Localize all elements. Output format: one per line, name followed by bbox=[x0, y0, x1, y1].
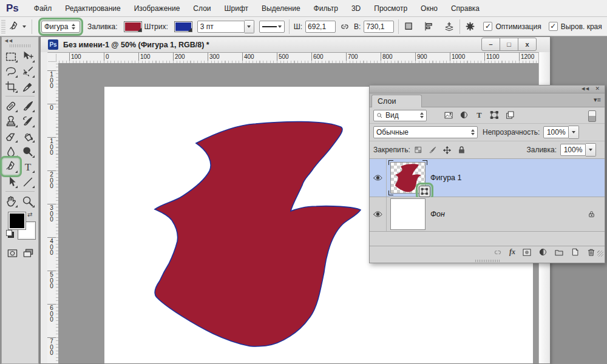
ruler-corner[interactable] bbox=[47, 53, 59, 64]
tool-crop[interactable] bbox=[3, 79, 19, 94]
align-edges-checkbox[interactable]: ✓ bbox=[549, 22, 558, 31]
quick-mask-button[interactable] bbox=[7, 248, 18, 259]
menu-1[interactable]: Файл bbox=[27, 1, 59, 16]
stroke-style-dropdown[interactable] bbox=[259, 21, 285, 33]
new-layer-button[interactable] bbox=[571, 248, 580, 257]
filter-smart-object-icon[interactable] bbox=[505, 110, 515, 120]
vector-mask-badge[interactable] bbox=[419, 186, 430, 197]
optimize-checkbox[interactable]: ✓ bbox=[483, 22, 492, 31]
fill-opacity-dropdown[interactable] bbox=[586, 143, 596, 157]
options-grip[interactable] bbox=[1, 20, 5, 33]
stroke-width-input[interactable]: 3 пт bbox=[197, 21, 245, 33]
menu-4[interactable]: Слои bbox=[186, 1, 217, 16]
link-dimensions-icon[interactable] bbox=[339, 21, 350, 32]
panel-height-handle[interactable] bbox=[475, 260, 500, 262]
opacity-dropdown[interactable] bbox=[569, 126, 579, 139]
blend-mode-select[interactable]: Обычные bbox=[373, 126, 478, 138]
tool-eraser[interactable] bbox=[3, 129, 19, 144]
gear-icon[interactable] bbox=[464, 21, 476, 32]
filter-shape-icon[interactable] bbox=[490, 110, 499, 120]
tool-lasso[interactable] bbox=[3, 64, 19, 79]
collapse-panel-icon[interactable]: ◄◄ bbox=[580, 86, 589, 92]
swap-colors-icon[interactable]: ⇄ bbox=[27, 211, 32, 218]
lock-all-icon[interactable] bbox=[457, 146, 466, 155]
foreground-color-swatch[interactable] bbox=[8, 212, 25, 229]
opacity-input[interactable]: 100% bbox=[543, 126, 569, 138]
vertical-ruler[interactable]: 1 0 001 0 02 0 03 0 04 0 05 0 06 0 07 0 … bbox=[47, 63, 59, 363]
tool-bucket[interactable] bbox=[20, 129, 36, 144]
tool-dodge[interactable] bbox=[20, 144, 36, 159]
lock-position-icon[interactable] bbox=[443, 146, 452, 155]
add-layer-mask-button[interactable] bbox=[522, 248, 532, 257]
tool-type[interactable]: T bbox=[20, 159, 36, 174]
menu-11[interactable]: Справка bbox=[444, 1, 486, 16]
tool-zoomtool[interactable] bbox=[20, 194, 36, 209]
menu-9[interactable]: Просмотр bbox=[367, 1, 414, 16]
menu-10[interactable]: Окно bbox=[414, 1, 444, 16]
filter-adjustment-icon[interactable] bbox=[459, 110, 469, 120]
panel-title-bar[interactable]: ◄◄ ✕ bbox=[370, 86, 605, 93]
close-panel-icon[interactable]: ✕ bbox=[595, 86, 600, 92]
layer-style-button[interactable]: fx bbox=[509, 248, 515, 257]
maximize-button[interactable]: □ bbox=[500, 38, 518, 51]
panel-drag-handle[interactable] bbox=[10, 44, 30, 47]
menu-2[interactable]: Редактирование bbox=[58, 1, 127, 16]
menu-7[interactable]: Фильтр bbox=[307, 1, 345, 16]
tool-eyedropper[interactable] bbox=[20, 79, 36, 94]
default-colors-icon[interactable] bbox=[6, 230, 13, 237]
document-title-bar[interactable]: Ps Без имени-1 @ 50% (Фигура 1, RGB/8) * bbox=[41, 37, 550, 53]
stroke-width-dropdown[interactable] bbox=[245, 20, 254, 33]
tool-mode-select[interactable]: Фигура bbox=[41, 21, 80, 33]
tool-stamp[interactable] bbox=[3, 113, 19, 129]
path-alignment-button[interactable] bbox=[423, 21, 435, 32]
tool-marquee[interactable] bbox=[3, 49, 19, 64]
panel-menu-icon[interactable]: ▾≡ bbox=[594, 96, 601, 104]
tool-hand[interactable] bbox=[3, 194, 19, 209]
tool-brush[interactable] bbox=[20, 98, 36, 113]
close-button[interactable]: x bbox=[518, 38, 537, 51]
lock-pixels-icon[interactable] bbox=[428, 146, 437, 155]
panel-resize-grip[interactable] bbox=[597, 251, 603, 257]
tool-history[interactable] bbox=[20, 113, 36, 129]
collapse-panel-icon[interactable]: ◄◄ bbox=[4, 38, 12, 44]
tool-blur[interactable] bbox=[3, 144, 19, 159]
shape-height-input[interactable]: 730,1 bbox=[364, 21, 394, 33]
lock-transparency-icon[interactable] bbox=[414, 146, 422, 154]
menu-5[interactable]: Шрифт bbox=[218, 1, 255, 16]
layer-row-2[interactable]: Фон bbox=[370, 197, 605, 232]
horizontal-ruler[interactable]: 1000100200300400500600700800900100011001… bbox=[58, 53, 539, 64]
menu-8[interactable]: 3D bbox=[345, 1, 367, 16]
tab-layers[interactable]: Слои bbox=[371, 95, 422, 107]
menu-3[interactable]: Изображение bbox=[127, 1, 187, 16]
layer-row-1[interactable]: Фигура 1 bbox=[370, 159, 605, 197]
layer-visibility-toggle[interactable] bbox=[370, 197, 387, 231]
pen-tool-preset-icon[interactable] bbox=[8, 21, 20, 33]
tool-pathselect[interactable] bbox=[3, 174, 19, 189]
layer-filter-select[interactable]: Вид bbox=[373, 110, 427, 121]
tool-healing[interactable] bbox=[3, 98, 19, 113]
adjustment-layer-button[interactable] bbox=[538, 248, 548, 257]
tool-move[interactable] bbox=[20, 49, 36, 64]
fill-color-swatch[interactable] bbox=[124, 21, 142, 32]
tool-wand[interactable] bbox=[20, 64, 36, 79]
link-layers-button[interactable] bbox=[493, 248, 503, 257]
filter-toggle-switch[interactable] bbox=[588, 110, 596, 122]
screen-mode-button[interactable] bbox=[22, 248, 34, 259]
new-group-button[interactable] bbox=[554, 248, 564, 257]
fill-opacity-input[interactable]: 100% bbox=[560, 144, 586, 156]
minimize-button[interactable]: – bbox=[481, 38, 500, 51]
stroke-color-swatch[interactable] bbox=[174, 21, 192, 32]
tool-pen[interactable] bbox=[3, 159, 19, 174]
tool-preset-caret[interactable] bbox=[22, 25, 26, 28]
tool-line[interactable] bbox=[20, 174, 36, 189]
filter-type-icon[interactable]: T bbox=[475, 110, 484, 120]
shape-width-input[interactable]: 692,1 bbox=[305, 21, 336, 33]
layer-visibility-toggle[interactable] bbox=[370, 159, 387, 197]
layer-thumbnail[interactable] bbox=[390, 198, 426, 230]
path-arrangement-button[interactable] bbox=[443, 21, 455, 33]
layer-name[interactable]: Фигура 1 bbox=[430, 174, 461, 182]
filter-image-icon[interactable] bbox=[444, 110, 453, 120]
path-operations-button[interactable] bbox=[403, 21, 415, 32]
delete-layer-button[interactable] bbox=[586, 248, 596, 257]
layer-name[interactable]: Фон bbox=[430, 210, 445, 218]
